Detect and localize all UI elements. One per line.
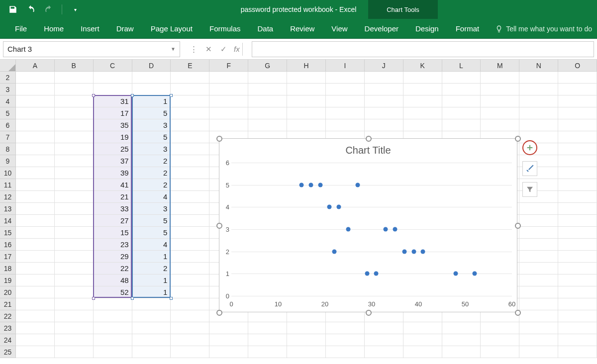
cell[interactable] <box>16 72 55 84</box>
tab-view[interactable]: View <box>330 21 348 36</box>
cell[interactable] <box>519 286 558 298</box>
cell[interactable] <box>365 334 403 346</box>
cell[interactable] <box>519 95 558 107</box>
row-header[interactable]: 13 <box>0 203 16 215</box>
customize-qat-icon[interactable]: ▾ <box>70 4 80 14</box>
cell[interactable]: 1 <box>132 95 171 107</box>
cell[interactable] <box>558 239 597 251</box>
cell[interactable] <box>55 274 94 286</box>
cell[interactable] <box>171 155 209 167</box>
chart-resize-handle[interactable] <box>216 310 222 316</box>
chart-plot-area[interactable]: 01234560102030405060 <box>231 163 512 296</box>
cell[interactable] <box>16 167 55 179</box>
cell[interactable] <box>16 215 55 227</box>
cell[interactable] <box>16 107 55 119</box>
cell[interactable]: 1 <box>132 286 171 298</box>
chart-data-point[interactable] <box>374 272 379 276</box>
cell[interactable] <box>171 119 209 131</box>
chart-data-point[interactable] <box>355 182 360 187</box>
cell[interactable]: 27 <box>94 215 132 227</box>
cell[interactable] <box>16 179 55 191</box>
cell[interactable] <box>442 72 481 84</box>
row-header[interactable]: 2 <box>0 72 16 84</box>
tab-review[interactable]: Review <box>289 21 315 36</box>
cell[interactable] <box>287 95 326 107</box>
cell[interactable] <box>519 203 558 215</box>
cell[interactable] <box>16 334 55 346</box>
cell[interactable]: 23 <box>94 239 132 251</box>
row-header[interactable]: 14 <box>0 215 16 227</box>
chart-data-point[interactable] <box>384 227 388 232</box>
cell[interactable] <box>132 310 171 322</box>
cell[interactable] <box>132 72 171 84</box>
row-header[interactable]: 15 <box>0 227 16 239</box>
cell[interactable] <box>94 346 132 358</box>
chart-object[interactable]: Chart Title 01234560102030405060 <box>219 138 517 312</box>
cell[interactable] <box>403 84 442 95</box>
cell[interactable] <box>365 95 403 107</box>
cell[interactable] <box>209 107 248 119</box>
cell[interactable] <box>326 95 365 107</box>
cell[interactable] <box>558 274 597 286</box>
cell[interactable]: 52 <box>94 286 132 298</box>
cell[interactable] <box>442 84 481 95</box>
cell[interactable] <box>326 334 365 346</box>
row-header[interactable]: 12 <box>0 191 16 203</box>
cell[interactable] <box>287 84 326 95</box>
cell[interactable]: 3 <box>132 203 171 215</box>
row-header[interactable]: 18 <box>0 263 16 274</box>
cell[interactable]: 1 <box>132 274 171 286</box>
column-header[interactable]: I <box>326 60 365 72</box>
row-header[interactable]: 4 <box>0 95 16 107</box>
cell[interactable] <box>481 72 519 84</box>
cell[interactable] <box>558 131 597 143</box>
cell[interactable] <box>171 310 209 322</box>
cell[interactable] <box>519 334 558 346</box>
cell[interactable] <box>558 179 597 191</box>
cell[interactable] <box>481 346 519 358</box>
chart-resize-handle[interactable] <box>366 136 372 142</box>
chart-data-point[interactable] <box>308 182 313 187</box>
tab-format[interactable]: Format <box>455 21 481 36</box>
row-header[interactable]: 10 <box>0 167 16 179</box>
row-header[interactable]: 23 <box>0 322 16 334</box>
cell[interactable] <box>403 72 442 84</box>
cell[interactable]: 5 <box>132 131 171 143</box>
save-icon[interactable] <box>8 4 18 14</box>
column-header[interactable]: D <box>132 60 171 72</box>
cell[interactable] <box>326 322 365 334</box>
cell[interactable] <box>55 346 94 358</box>
cell[interactable] <box>519 251 558 263</box>
cell[interactable] <box>481 107 519 119</box>
chart-elements-button[interactable] <box>522 140 537 155</box>
column-header[interactable]: J <box>365 60 403 72</box>
cell[interactable] <box>16 143 55 155</box>
name-box[interactable]: Chart 3 ▼ <box>3 41 180 57</box>
cell[interactable] <box>209 119 248 131</box>
cell[interactable]: 1 <box>132 251 171 263</box>
cell[interactable] <box>55 251 94 263</box>
column-header[interactable]: A <box>16 60 55 72</box>
cell[interactable] <box>16 298 55 310</box>
cell[interactable]: 3 <box>132 119 171 131</box>
cell[interactable] <box>481 95 519 107</box>
cell[interactable] <box>287 322 326 334</box>
chart-resize-handle[interactable] <box>515 223 521 229</box>
chart-resize-handle[interactable] <box>216 223 222 229</box>
cell[interactable] <box>481 322 519 334</box>
cell[interactable] <box>287 346 326 358</box>
row-header[interactable]: 8 <box>0 143 16 155</box>
cell[interactable] <box>94 84 132 95</box>
cell[interactable] <box>403 334 442 346</box>
cell[interactable]: 19 <box>94 131 132 143</box>
cell[interactable] <box>209 322 248 334</box>
cell[interactable] <box>171 334 209 346</box>
cell[interactable] <box>326 107 365 119</box>
row-header[interactable]: 11 <box>0 179 16 191</box>
column-header[interactable]: O <box>558 60 597 72</box>
cell[interactable] <box>558 346 597 358</box>
row-header[interactable]: 21 <box>0 298 16 310</box>
cell[interactable] <box>55 263 94 274</box>
cell[interactable] <box>248 84 287 95</box>
cell[interactable] <box>16 95 55 107</box>
